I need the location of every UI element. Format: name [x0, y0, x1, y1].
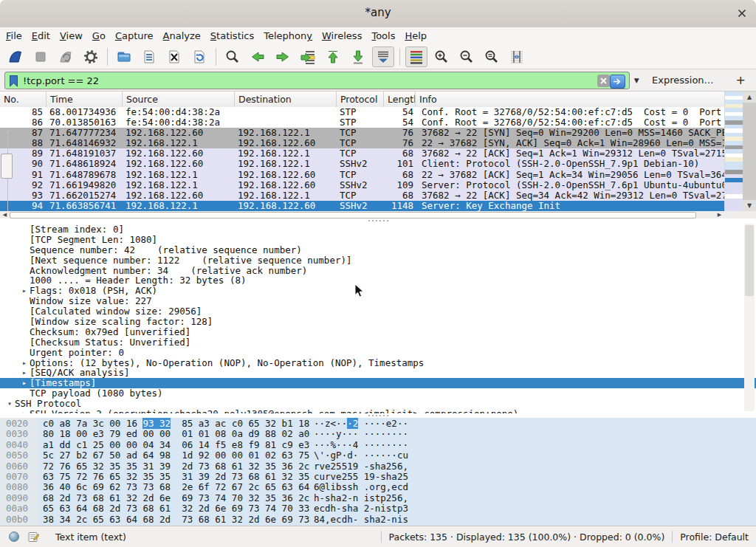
menu-tools[interactable]: Tools	[370, 29, 403, 43]
status-profile[interactable]: Profile: Default	[680, 531, 749, 543]
packet-row[interactable]: 8771.647777234192.168.122.60192.168.122.…	[0, 128, 724, 138]
column-header-no[interactable]: No.	[0, 92, 47, 107]
scroll-down-button[interactable]: ▼	[743, 200, 756, 211]
detail-line[interactable]: TCP payload (1080 bytes)	[0, 388, 756, 399]
scroll-up-button[interactable]: ▲	[743, 92, 756, 103]
menu-view[interactable]: View	[58, 29, 91, 43]
menu-analyze[interactable]: Analyze	[162, 29, 209, 43]
open-file-button[interactable]	[113, 47, 135, 67]
column-header-length[interactable]: Length	[384, 92, 416, 107]
detail-line[interactable]: [Checksum Status: Unverified]	[0, 337, 756, 348]
menu-statistics[interactable]: Statistics	[209, 29, 262, 43]
expression-button[interactable]: Expression…	[652, 75, 714, 86]
hex-row[interactable]: 0020c0 a8 7a 3c 00 16 93 32 85 a3 ac c0 …	[0, 419, 756, 429]
expander-collapsed-icon[interactable]: ▸	[19, 368, 30, 378]
go-back-button[interactable]	[247, 47, 269, 67]
column-header-time[interactable]: Time	[47, 92, 123, 107]
reload-file-button[interactable]	[188, 47, 210, 67]
menu-help[interactable]: Help	[403, 29, 435, 43]
detail-line[interactable]: Urgent pointer: 0	[0, 348, 756, 358]
expander-collapsed-icon[interactable]: ▸	[19, 378, 30, 388]
hex-row[interactable]: 006072 76 65 32 35 35 31 39 2d 73 68 61 …	[0, 461, 756, 472]
detail-line[interactable]: [TCP Segment Len: 1080]	[0, 235, 756, 245]
save-file-button[interactable]	[138, 47, 160, 67]
detail-line[interactable]: ▸Flags: 0x018 (PSH, ACK)	[0, 286, 756, 296]
vscroll-thumb[interactable]	[1, 154, 13, 179]
detail-line[interactable]: ▾SSH Protocol	[0, 399, 756, 409]
zoom-out-button[interactable]	[456, 47, 478, 67]
detail-line[interactable]: 1000 .... = Header Length: 32 bytes (8)	[0, 275, 756, 286]
hex-row[interactable]: 009068 2d 73 68 61 32 2d 6e 69 73 74 70 …	[0, 493, 756, 503]
filter-bookmark-icon[interactable]	[10, 75, 18, 87]
filter-clear-button[interactable]	[597, 75, 610, 87]
menu-file[interactable]: File	[4, 29, 30, 43]
display-filter-input[interactable]	[21, 72, 541, 90]
close-file-button[interactable]	[163, 47, 185, 67]
packet-row[interactable]: 8670.013850163fe:54:00:d4:38:2aSTP54Conf…	[0, 117, 724, 128]
packet-row[interactable]: 9171.648789678192.168.122.1192.168.122.6…	[0, 170, 724, 180]
go-to-packet-button[interactable]	[297, 47, 319, 67]
scroll-left-button[interactable]: ◀	[0, 211, 10, 219]
hex-row[interactable]: 00b038 34 2c 65 63 64 68 2d 73 68 61 32 …	[0, 515, 756, 525]
menu-telephony[interactable]: Telephony	[262, 29, 320, 43]
auto-scroll-button[interactable]	[372, 47, 394, 67]
packet-row[interactable]: 9471.663856741192.168.122.1192.168.122.6…	[0, 201, 724, 211]
detail-line[interactable]: ▸[SEQ/ACK analysis]	[0, 368, 756, 378]
capture-comment-icon[interactable]	[28, 531, 39, 543]
hex-row[interactable]: 008036 40 6c 69 62 73 73 68 2e 6f 72 67 …	[0, 482, 756, 492]
column-header-source[interactable]: Source	[123, 92, 235, 107]
hex-row[interactable]: 00a065 63 64 68 2d 73 68 61 32 2d 6e 69 …	[0, 503, 756, 514]
hex-row[interactable]: 007063 75 72 76 65 32 35 35 31 39 2d 73 …	[0, 472, 756, 482]
column-header-info[interactable]: Info	[416, 92, 724, 107]
restart-capture-button[interactable]	[55, 47, 77, 67]
expander-collapsed-icon[interactable]: ▸	[19, 358, 30, 368]
detail-line[interactable]: Sequence number: 42 (relative sequence n…	[0, 245, 756, 255]
hex-row[interactable]: 00505c 27 b2 67 50 ad 64 98 1d 92 00 00 …	[0, 450, 756, 461]
expert-info-icon[interactable]	[9, 531, 19, 542]
details-vscroll-thumb[interactable]	[745, 225, 754, 296]
hscroll-thumb[interactable]	[10, 212, 696, 219]
menu-edit[interactable]: Edit	[30, 29, 58, 43]
filter-apply-button[interactable]	[610, 75, 625, 89]
column-header-destination[interactable]: Destination	[235, 92, 337, 107]
packet-row[interactable]: 9071.648618924192.168.122.60192.168.122.…	[0, 159, 724, 169]
menu-wireless[interactable]: Wireless	[320, 29, 370, 43]
find-packet-button[interactable]	[221, 47, 244, 67]
hex-row[interactable]: 003080 18 00 e3 79 ed 00 00 01 01 08 0a …	[0, 429, 756, 439]
packet-list-hscrollbar[interactable]: ◀ ▶	[0, 211, 724, 219]
go-first-packet-button[interactable]	[322, 47, 344, 67]
expander-expanded-icon[interactable]: ▾	[4, 399, 15, 409]
column-header-protocol[interactable]: Protocol	[337, 92, 384, 107]
menu-capture[interactable]: Capture	[114, 29, 162, 43]
detail-line[interactable]: ▸[Timestamps]	[0, 378, 756, 388]
detail-line[interactable]: [Next sequence number: 1122 (relative se…	[0, 255, 756, 266]
zoom-in-button[interactable]	[430, 47, 453, 67]
detail-line[interactable]: Checksum: 0x79ed [unverified]	[0, 327, 756, 337]
hex-row[interactable]: 0040a1 dd c1 25 00 00 04 34 06 14 f5 e8 …	[0, 440, 756, 450]
detail-line[interactable]: Window size value: 227	[0, 296, 756, 306]
intelligent-scrollbar-minimap[interactable]	[724, 92, 743, 211]
filter-history-dropdown[interactable]: ▼	[631, 72, 642, 89]
detail-line[interactable]: [Stream index: 0]	[0, 224, 756, 235]
packet-row[interactable]: 8971.648191037192.168.122.60192.168.122.…	[0, 148, 724, 159]
details-vscrollbar[interactable]	[744, 224, 755, 411]
go-last-packet-button[interactable]	[347, 47, 369, 67]
resize-columns-button[interactable]	[506, 47, 528, 67]
capture-options-button[interactable]	[80, 47, 102, 67]
menu-go[interactable]: Go	[91, 29, 114, 43]
packet-row[interactable]: 9371.662015274192.168.122.60192.168.122.…	[0, 190, 724, 201]
stop-capture-button[interactable]	[30, 47, 52, 67]
start-capture-button[interactable]	[4, 47, 27, 67]
filter-add-button[interactable]: +	[730, 73, 752, 87]
close-button[interactable]	[734, 5, 750, 21]
zoom-original-button[interactable]	[481, 47, 503, 67]
detail-line[interactable]: Acknowledgment number: 34 (relative ack …	[0, 266, 756, 276]
go-forward-button[interactable]	[272, 47, 294, 67]
detail-line[interactable]: [Window size scaling factor: 128]	[0, 317, 756, 327]
scroll-right-button[interactable]: ▶	[715, 211, 724, 219]
packet-list-vscrollbar[interactable]: ▲ ▼	[743, 92, 756, 211]
expander-collapsed-icon[interactable]: ▸	[19, 286, 30, 296]
colorize-packets-button[interactable]	[405, 47, 427, 67]
display-filter-box[interactable]	[4, 72, 630, 89]
detail-line[interactable]: ▸Options: (12 bytes), No-Operation (NOP)…	[0, 358, 756, 368]
